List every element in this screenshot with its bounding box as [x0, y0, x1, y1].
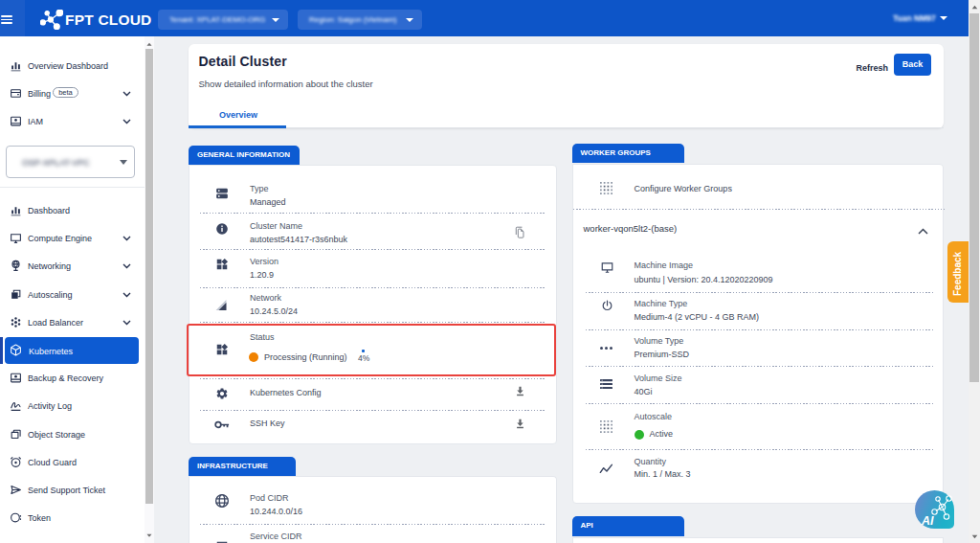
svg-text:AI: AI	[921, 514, 934, 528]
